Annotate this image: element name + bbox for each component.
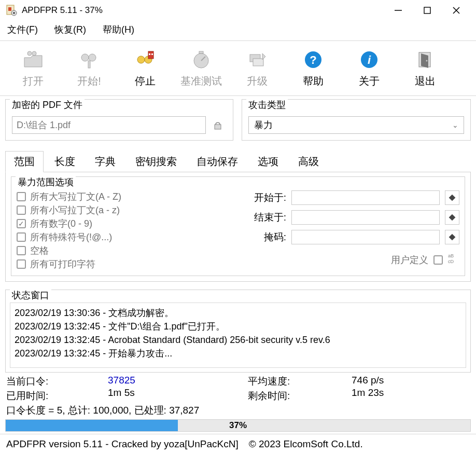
input-mask[interactable] xyxy=(291,230,440,244)
end-at-button[interactable] xyxy=(445,210,459,225)
toolbar-benchmark[interactable]: 基准测试 xyxy=(173,46,229,90)
svg-point-10 xyxy=(81,54,89,61)
label-start-at: 开始于: xyxy=(245,191,286,204)
toolbar-about[interactable]: i 关于 xyxy=(341,46,397,90)
svg-rect-16 xyxy=(149,53,150,55)
mask-button[interactable] xyxy=(445,230,459,244)
progress-label: 37% xyxy=(6,420,470,431)
input-end-at[interactable] xyxy=(291,210,440,225)
progress-bar: 37% xyxy=(5,419,471,432)
maximize-button[interactable] xyxy=(413,2,442,19)
svg-text:i: i xyxy=(368,53,371,66)
svg-rect-22 xyxy=(253,59,263,66)
file-browse-button[interactable] xyxy=(209,116,227,134)
close-button[interactable] xyxy=(442,2,471,19)
menubar: 文件(F) 恢复(R) 帮助(H) xyxy=(0,21,476,38)
toolbar-upgrade[interactable]: 升级 xyxy=(229,46,285,90)
benchmark-icon xyxy=(190,48,213,71)
attack-type-value: 暴力 xyxy=(254,119,273,131)
tab-range-content: 暴力范围选项 所有大写拉丁文(A - Z) 所有小写拉丁文(a - z) 所有数… xyxy=(5,172,471,282)
toolbar-help[interactable]: ? 帮助 xyxy=(285,46,341,90)
stop-icon xyxy=(134,48,157,71)
group-encrypted-file: 加密的 PDF 文件 xyxy=(5,99,233,141)
svg-rect-31 xyxy=(449,214,456,221)
upgrade-icon xyxy=(246,48,269,71)
value-remaining: 1m 23s xyxy=(352,387,470,399)
menu-help[interactable]: 帮助(H) xyxy=(101,22,136,37)
brute-options-legend: 暴力范围选项 xyxy=(16,176,76,188)
label-speed: 平均速度: xyxy=(248,375,352,388)
chk-printable[interactable]: 所有可打印字符 xyxy=(17,258,224,270)
status-line: 2023/02/19 13:32:45 - 开始暴力攻击... xyxy=(15,347,461,360)
diamond-icon xyxy=(447,193,457,202)
about-icon: i xyxy=(358,48,381,71)
statusbar-right: © 2023 ElcomSoft Co.Ltd. xyxy=(249,438,363,450)
svg-text:cD: cD xyxy=(448,259,454,264)
minimize-button[interactable] xyxy=(384,2,413,19)
label-elapsed: 已用时间: xyxy=(6,389,108,403)
tab-dictionary[interactable]: 字典 xyxy=(86,151,124,172)
lock-icon xyxy=(212,119,223,131)
settings-tabs: 范围 长度 字典 密钥搜索 自动保存 选项 高级 xyxy=(0,151,476,172)
svg-rect-12 xyxy=(88,61,90,68)
chk-lowercase[interactable]: 所有小写拉丁文(a - z) xyxy=(17,204,224,216)
statusbar: APDFPR version 5.11 - Cracked by yoza[Un… xyxy=(0,436,476,452)
toolbar-exit[interactable]: 退出 xyxy=(397,46,453,90)
svg-point-8 xyxy=(27,51,32,56)
menu-file[interactable]: 文件(F) xyxy=(5,22,40,37)
chk-user-defined[interactable] xyxy=(433,255,443,265)
statusbar-left: APDFPR version 5.11 - Cracked by yoza[Un… xyxy=(6,438,239,450)
progress-detail-line: 口令长度 = 5, 总计: 100,000, 已处理: 37,827 xyxy=(0,403,476,417)
open-icon xyxy=(22,48,45,71)
file-path-input[interactable] xyxy=(12,116,206,134)
tab-autosave[interactable]: 自动保存 xyxy=(188,151,247,172)
toolbar-open[interactable]: 打开 xyxy=(5,46,61,90)
start-icon xyxy=(78,48,101,71)
svg-rect-29 xyxy=(215,125,221,129)
status-window-legend: 状态窗口 xyxy=(10,289,51,301)
summary-row: 当前口令: 已用时间: 37825 1m 5s 平均速度: 剩余时间: 746 … xyxy=(0,373,476,403)
chk-uppercase[interactable]: 所有大写拉丁文(A - Z) xyxy=(17,190,224,203)
attack-type-select[interactable]: 暴力 ⌄ xyxy=(248,116,464,134)
svg-rect-32 xyxy=(449,234,456,241)
tab-length[interactable]: 长度 xyxy=(46,151,84,172)
status-window-group: 状态窗口 2023/02/19 13:30:36 - 文档成功解密。 2023/… xyxy=(5,290,471,373)
status-log[interactable]: 2023/02/19 13:30:36 - 文档成功解密。 2023/02/19… xyxy=(10,303,466,368)
label-mask: 掩码: xyxy=(245,230,286,244)
chk-special[interactable]: 所有特殊符号(!@...) xyxy=(17,231,224,243)
menu-recover[interactable]: 恢复(R) xyxy=(52,22,88,37)
label-end-at: 结束于: xyxy=(245,211,286,224)
start-at-button[interactable] xyxy=(445,190,459,205)
svg-text:aB: aB xyxy=(448,253,454,258)
charset-icon[interactable]: aBcD xyxy=(448,253,459,267)
svg-text:?: ? xyxy=(310,53,316,66)
value-elapsed: 1m 5s xyxy=(108,387,248,399)
svg-rect-17 xyxy=(151,53,153,55)
label-user-defined: 用户定义 xyxy=(391,254,428,266)
window-title: APDFPR 5.11 - 37% xyxy=(22,5,384,16)
group-file-legend: 加密的 PDF 文件 xyxy=(10,99,85,111)
label-remaining: 剩余时间: xyxy=(248,389,352,403)
tab-advanced[interactable]: 高级 xyxy=(289,151,328,172)
chk-space[interactable]: 空格 xyxy=(17,244,224,257)
group-attack-type: 攻击类型 暴力 ⌄ xyxy=(242,99,471,141)
titlebar: APDFPR 5.11 - 37% xyxy=(0,0,476,21)
value-speed: 746 p/s xyxy=(352,375,470,386)
svg-point-9 xyxy=(32,51,36,56)
status-line: 2023/02/19 13:32:45 - 文件"D:\组合 1.pdf"已打开… xyxy=(15,320,461,333)
toolbar-stop[interactable]: 停止 xyxy=(117,46,173,90)
tab-keysearch[interactable]: 密钥搜索 xyxy=(127,151,186,172)
input-start-at[interactable] xyxy=(291,190,440,205)
tab-range[interactable]: 范围 xyxy=(5,151,44,172)
svg-rect-5 xyxy=(424,7,430,13)
svg-point-13 xyxy=(137,56,145,63)
toolbar: 打开 开始! 停止 基准测试 升级 ? 帮助 i 关于 退出 xyxy=(0,43,476,93)
group-attack-legend: 攻击类型 xyxy=(246,99,288,111)
status-line: 2023/02/19 13:30:36 - 文档成功解密。 xyxy=(15,306,461,320)
chk-digits[interactable]: 所有数字(0 - 9) xyxy=(17,217,224,230)
svg-rect-20 xyxy=(199,51,203,53)
toolbar-start[interactable]: 开始! xyxy=(61,46,117,90)
tab-options[interactable]: 选项 xyxy=(249,151,287,172)
svg-point-11 xyxy=(89,54,96,61)
svg-rect-30 xyxy=(449,195,456,201)
